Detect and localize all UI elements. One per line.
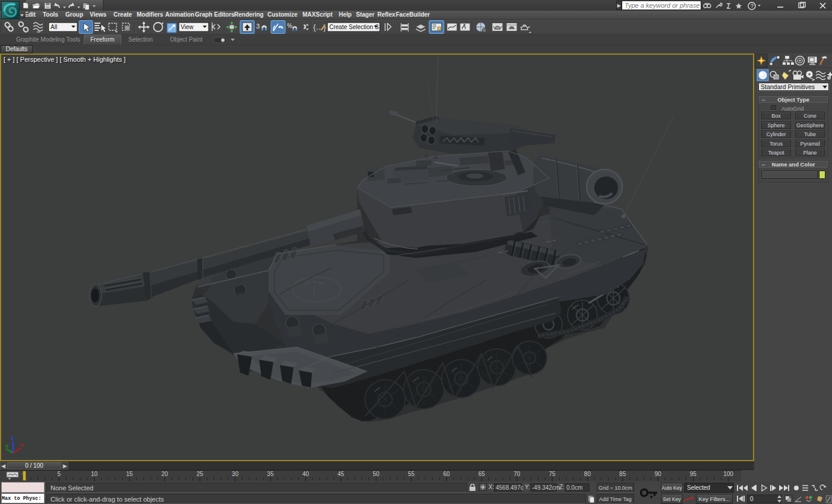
svg-text:%: % <box>287 23 292 29</box>
svg-text:85: 85 <box>619 471 626 477</box>
svg-text:z: z <box>11 435 14 441</box>
svg-text:View: View <box>181 24 194 30</box>
svg-text:10: 10 <box>91 471 98 477</box>
svg-text:65: 65 <box>478 471 486 477</box>
svg-text:40: 40 <box>302 471 310 477</box>
svg-text:∞: ∞ <box>37 29 40 34</box>
svg-text:100: 100 <box>723 471 733 477</box>
svg-text:3: 3 <box>256 23 260 30</box>
svg-text:60: 60 <box>443 471 450 477</box>
svg-text:30: 30 <box>232 471 239 477</box>
svg-text:90: 90 <box>654 471 661 477</box>
svg-text:95: 95 <box>690 471 697 477</box>
svg-text:15: 15 <box>126 471 133 477</box>
svg-text:45: 45 <box>338 471 345 477</box>
svg-text:25: 25 <box>197 471 204 477</box>
svg-text:55: 55 <box>408 471 415 477</box>
svg-text:y: y <box>5 443 8 449</box>
svg-text:20: 20 <box>162 471 169 477</box>
svg-text:All: All <box>51 24 57 30</box>
svg-text:?: ? <box>751 3 754 9</box>
svg-text:x: x <box>20 442 23 448</box>
svg-text:35: 35 <box>267 471 274 477</box>
svg-text:5: 5 <box>57 471 61 477</box>
svg-text:50: 50 <box>373 471 380 477</box>
svg-text:70: 70 <box>513 471 521 477</box>
svg-text:75: 75 <box>549 471 556 477</box>
svg-text:Create Selection S: Create Selection S <box>329 24 379 30</box>
svg-text:80: 80 <box>584 471 591 477</box>
